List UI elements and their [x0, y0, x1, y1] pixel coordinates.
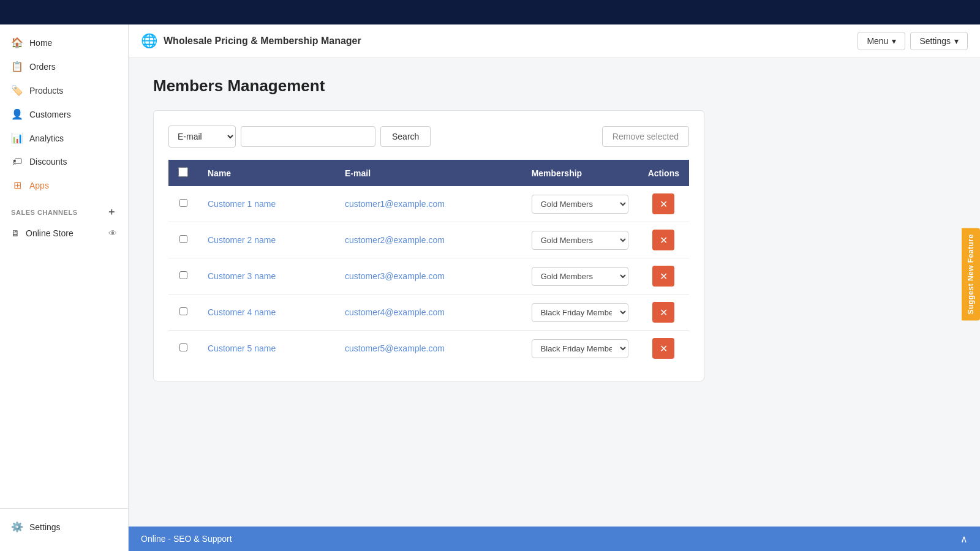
header-email: E-mail	[335, 160, 522, 186]
customers-icon: 👤	[11, 108, 23, 120]
col-membership-label: Membership	[532, 168, 582, 178]
row-5-delete-button[interactable]: ✕	[652, 338, 674, 359]
table-row: Customer 1 namecustomer1@example.comGold…	[168, 186, 689, 222]
table-row: Customer 3 namecustomer3@example.comGold…	[168, 258, 689, 294]
sidebar-item-products[interactable]: 🏷️ Products	[0, 78, 128, 102]
search-filter-select[interactable]: E-mail	[168, 126, 236, 148]
row-2-email: customer2@example.com	[335, 222, 522, 258]
row-5-membership-select[interactable]: Gold MembersBlack Friday MembersSilver M…	[532, 339, 628, 358]
app-title: Wholesale Pricing & Membership Manager	[164, 36, 361, 47]
header-membership: Membership	[522, 160, 638, 186]
sidebar-item-home[interactable]: 🏠 Home	[0, 31, 128, 54]
bottom-bar-label: Online - SEO & Support	[141, 534, 232, 544]
row-3-membership-select[interactable]: Gold MembersBlack Friday MembersSilver M…	[532, 267, 628, 286]
row-5-email: customer5@example.com	[335, 331, 522, 367]
sidebar-item-analytics[interactable]: 📊 Analytics	[0, 126, 128, 150]
discounts-icon: 🏷	[11, 156, 23, 167]
row-5-name-link[interactable]: Customer 5 name	[208, 343, 276, 353]
row-1-membership-select[interactable]: Gold MembersBlack Friday MembersSilver M…	[532, 195, 628, 214]
row-1-email-link[interactable]: customer1@example.com	[345, 199, 445, 209]
select-all-checkbox[interactable]	[178, 167, 188, 177]
sidebar-item-settings[interactable]: ⚙️ Settings	[0, 515, 128, 539]
row-4-delete-button[interactable]: ✕	[652, 302, 674, 323]
sidebar-item-orders[interactable]: 📋 Orders	[0, 54, 128, 78]
settings-button[interactable]: Settings ▾	[910, 32, 968, 50]
sidebar: 🏠 Home 📋 Orders 🏷️ Products 👤 Customers …	[0, 24, 129, 551]
top-bar	[0, 0, 980, 24]
search-input[interactable]	[241, 126, 375, 147]
row-3-checkbox[interactable]	[179, 271, 187, 279]
search-button[interactable]: Search	[380, 126, 431, 147]
row-1-email: customer1@example.com	[335, 186, 522, 222]
sidebar-label-products: Products	[29, 86, 63, 96]
row-2-checkbox-cell	[168, 222, 198, 258]
search-label: Search	[392, 132, 419, 141]
sidebar-label-customers: Customers	[29, 110, 71, 119]
header-actions: Menu ▾ Settings ▾	[858, 32, 968, 50]
row-1-delete-button[interactable]: ✕	[652, 193, 674, 214]
sidebar-label-settings: Settings	[29, 522, 61, 532]
row-4-name-link[interactable]: Customer 4 name	[208, 307, 276, 317]
orders-icon: 📋	[11, 61, 23, 72]
table-row: Customer 2 namecustomer2@example.comGold…	[168, 222, 689, 258]
row-4-email-link[interactable]: customer4@example.com	[345, 307, 445, 317]
sidebar-label-home: Home	[29, 38, 52, 48]
row-2-delete-button[interactable]: ✕	[652, 230, 674, 250]
sidebar-label-online-store: Online Store	[26, 228, 74, 238]
add-sales-channel-icon[interactable]: ＋	[107, 206, 117, 219]
content-area: 🌐 Wholesale Pricing & Membership Manager…	[129, 24, 980, 551]
row-1-name-link[interactable]: Customer 1 name	[208, 199, 276, 209]
search-bar: E-mail Search Remove selected	[168, 126, 689, 148]
header-bar: 🌐 Wholesale Pricing & Membership Manager…	[129, 24, 980, 58]
row-4-name: Customer 4 name	[198, 294, 335, 331]
row-4-email: customer4@example.com	[335, 294, 522, 331]
row-5-checkbox[interactable]	[179, 343, 187, 351]
sidebar-item-apps[interactable]: ⊞ Apps	[0, 173, 128, 197]
row-4-checkbox-cell	[168, 294, 198, 331]
row-2-checkbox[interactable]	[179, 235, 187, 243]
row-2-membership-select[interactable]: Gold MembersBlack Friday MembersSilver M…	[532, 231, 628, 250]
col-email-label: E-mail	[345, 168, 371, 178]
row-4-membership-select[interactable]: Gold MembersBlack Friday MembersSilver M…	[532, 303, 628, 322]
sidebar-label-apps: Apps	[29, 181, 49, 190]
sidebar-item-online-store[interactable]: 🖥 Online Store 👁	[0, 222, 128, 244]
row-3-email: customer3@example.com	[335, 258, 522, 294]
sales-channels-section: SALES CHANNELS ＋	[0, 197, 128, 222]
row-3-delete-button[interactable]: ✕	[652, 266, 674, 287]
remove-selected-label: Remove selected	[612, 132, 679, 141]
row-1-name: Customer 1 name	[198, 186, 335, 222]
row-3-name-link[interactable]: Customer 3 name	[208, 271, 276, 281]
header-name: Name	[198, 160, 335, 186]
products-icon: 🏷️	[11, 84, 23, 96]
header-checkbox-col	[168, 160, 198, 186]
menu-button[interactable]: Menu ▾	[858, 32, 905, 50]
bottom-bar-chevron-icon[interactable]: ∧	[960, 533, 968, 545]
sidebar-item-discounts[interactable]: 🏷 Discounts	[0, 150, 128, 173]
menu-chevron-icon: ▾	[892, 36, 896, 46]
settings-chevron-icon: ▾	[954, 36, 959, 46]
sidebar-label-analytics: Analytics	[29, 133, 64, 143]
col-name-label: Name	[208, 168, 231, 178]
analytics-icon: 📊	[11, 132, 23, 144]
header-actions: Actions	[638, 160, 689, 186]
suggest-feature-button[interactable]: Suggest New Feature	[962, 228, 980, 320]
row-1-checkbox[interactable]	[179, 199, 187, 207]
row-1-membership: Gold MembersBlack Friday MembersSilver M…	[522, 186, 638, 222]
sales-channels-label: SALES CHANNELS	[11, 209, 78, 216]
row-5-email-link[interactable]: customer5@example.com	[345, 343, 445, 353]
eye-icon[interactable]: 👁	[108, 228, 117, 238]
row-2-name-link[interactable]: Customer 2 name	[208, 235, 276, 245]
row-3-email-link[interactable]: customer3@example.com	[345, 271, 445, 281]
row-2-name: Customer 2 name	[198, 222, 335, 258]
row-5-name: Customer 5 name	[198, 331, 335, 367]
row-4-checkbox[interactable]	[179, 307, 187, 315]
members-card: E-mail Search Remove selected	[153, 110, 704, 381]
suggest-feature-label: Suggest New Feature	[967, 234, 975, 314]
remove-selected-button[interactable]: Remove selected	[602, 126, 689, 147]
row-1-action: ✕	[638, 186, 689, 222]
sidebar-item-customers[interactable]: 👤 Customers	[0, 102, 128, 126]
menu-label: Menu	[867, 36, 888, 46]
col-actions-label: Actions	[648, 168, 679, 178]
row-2-email-link[interactable]: customer2@example.com	[345, 235, 445, 245]
home-icon: 🏠	[11, 37, 23, 48]
